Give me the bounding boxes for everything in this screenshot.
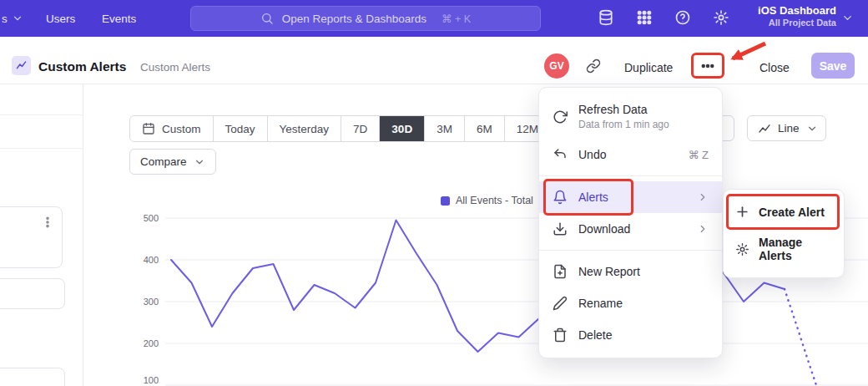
project-subtitle: All Project Data	[749, 18, 836, 29]
menu-item-alerts[interactable]: Alerts	[539, 181, 722, 213]
menu-item-label: Delete	[578, 328, 612, 342]
legend-label: All Events - Total	[456, 195, 533, 206]
search-icon	[260, 12, 274, 25]
project-title: iOS Dashboard	[749, 4, 836, 18]
y-tick-label: 100	[144, 375, 159, 385]
range-label: 3M	[437, 123, 452, 135]
range-6m[interactable]: 6M	[465, 116, 505, 141]
trash-icon	[553, 328, 568, 343]
search-placeholder: Open Reports & Dashboards	[282, 13, 426, 25]
gear-icon	[735, 242, 749, 256]
duplicate-button[interactable]: Duplicate	[624, 61, 673, 74]
page-title: Custom Alerts	[38, 59, 126, 74]
submenu-item-create-alert[interactable]: Create Alert	[724, 196, 844, 227]
range-label: 6M	[477, 123, 492, 135]
range-label: Custom	[162, 123, 201, 135]
chevron-down-icon	[841, 12, 854, 24]
nav-item-partial-label: s	[2, 13, 8, 25]
submenu-item-manage-alerts[interactable]: Manage Alerts	[724, 227, 844, 271]
close-button[interactable]: Close	[760, 61, 790, 74]
menu-item-label: Undo	[578, 148, 606, 161]
context-menu: Refresh Data Data from 1 min ago Undo ⌘ …	[538, 87, 723, 358]
global-search-input[interactable]: Open Reports & Dashboards ⌘ + K	[190, 6, 541, 31]
menu-item-shortcut: ⌘ Z	[688, 149, 709, 161]
menu-item-delete[interactable]: Delete	[539, 319, 722, 351]
report-chart-icon	[12, 56, 31, 75]
plus-icon	[735, 205, 749, 219]
menu-item-label: Download	[578, 222, 630, 236]
sidebar-card[interactable]	[0, 278, 65, 309]
range-7d[interactable]: 7D	[341, 116, 380, 141]
project-selector[interactable]: iOS Dashboard All Project Data	[749, 4, 836, 29]
range-label: Today	[225, 123, 255, 135]
chart-type-label: Line	[778, 122, 800, 135]
menu-item-sublabel: Data from 1 min ago	[578, 119, 669, 130]
refresh-icon	[553, 109, 568, 124]
y-tick-label: 500	[144, 213, 159, 223]
save-button[interactable]: Save	[811, 53, 855, 79]
data-management-icon[interactable]	[598, 9, 616, 28]
breadcrumb[interactable]: Custom Alerts	[140, 61, 210, 74]
menu-divider	[539, 250, 722, 251]
menu-item-download[interactable]: Download	[539, 213, 722, 245]
apps-grid-icon[interactable]	[636, 9, 654, 28]
copy-link-icon[interactable]	[586, 58, 601, 74]
range-custom[interactable]: Custom	[130, 116, 214, 141]
menu-item-label: Refresh Data	[578, 103, 669, 116]
chart-projection	[785, 289, 816, 385]
range-30d-selected[interactable]: 30D	[380, 116, 425, 141]
range-label: 30D	[391, 123, 412, 135]
chevron-down-icon	[12, 13, 23, 24]
range-label: 7D	[353, 123, 367, 135]
chart-legend: All Events - Total	[441, 195, 533, 206]
menu-item-label: Rename	[578, 297, 623, 310]
menu-divider	[539, 175, 722, 176]
compare-label: Compare	[140, 155, 187, 168]
undo-icon	[553, 147, 568, 162]
chevron-down-icon	[194, 156, 205, 168]
menu-item-undo[interactable]: Undo ⌘ Z	[539, 139, 722, 170]
avatar[interactable]: GV	[544, 53, 569, 79]
menu-item-rename[interactable]: Rename	[539, 287, 722, 319]
menu-item-refresh-data[interactable]: Refresh Data Data from 1 min ago	[539, 94, 722, 139]
range-yesterday[interactable]: Yesterday	[268, 116, 342, 141]
sidebar-divider	[0, 114, 83, 115]
nav-item-events-label: Events	[102, 13, 136, 25]
y-tick-label: 300	[144, 297, 159, 307]
range-label: Yesterday	[280, 123, 330, 135]
range-3m[interactable]: 3M	[425, 116, 465, 141]
y-tick-label: 200	[144, 338, 159, 348]
submenu-item-label: Manage Alerts	[759, 236, 832, 262]
menu-item-label: Alerts	[578, 190, 608, 204]
settings-gear-icon[interactable]	[713, 9, 731, 28]
more-options-button[interactable]	[691, 53, 724, 79]
left-sidebar	[0, 84, 83, 386]
legend-swatch	[441, 196, 450, 206]
download-icon	[553, 221, 568, 236]
calendar-icon	[142, 122, 155, 135]
chevron-right-icon	[697, 223, 709, 235]
nav-item-events[interactable]: Events	[102, 0, 136, 37]
sidebar-card[interactable]	[0, 368, 65, 386]
chart-type-button[interactable]: Line	[747, 115, 826, 141]
nav-item-users[interactable]: Users	[46, 0, 75, 37]
menu-item-new-report[interactable]: New Report	[539, 256, 722, 287]
y-tick-label: 400	[144, 255, 159, 265]
alerts-submenu: Create Alert Manage Alerts	[723, 189, 845, 278]
nav-item-users-label: Users	[46, 13, 75, 25]
new-report-icon	[553, 264, 568, 279]
report-header: Custom Alerts Custom Alerts GV Duplicate…	[0, 37, 868, 84]
bell-icon	[553, 190, 568, 205]
submenu-item-label: Create Alert	[759, 206, 825, 219]
search-shortcut: ⌘ + K	[442, 13, 471, 25]
compare-button[interactable]: Compare	[129, 149, 216, 175]
nav-item-partial[interactable]: s	[0, 0, 23, 37]
range-label: 12M	[517, 123, 538, 135]
line-chart-icon	[758, 122, 771, 135]
top-navigation-bar: s Users Events Open Reports & Dashboards…	[0, 0, 868, 37]
range-today[interactable]: Today	[214, 116, 268, 141]
menu-item-label: New Report	[578, 265, 640, 278]
kebab-menu-icon[interactable]	[41, 216, 54, 229]
sidebar-card[interactable]	[0, 206, 63, 268]
chevron-down-icon	[806, 123, 818, 135]
